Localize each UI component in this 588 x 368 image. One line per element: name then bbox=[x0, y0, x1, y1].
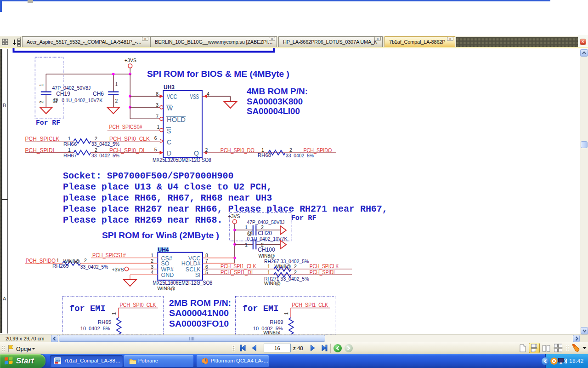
svg-text:HOLD: HOLD bbox=[167, 116, 186, 123]
svg-text:RH69: RH69 bbox=[270, 319, 283, 325]
svg-text:SA00003K800: SA00003K800 bbox=[247, 97, 303, 106]
svg-text:SA00004LI00: SA00004LI00 bbox=[247, 107, 300, 116]
svg-text:UH4: UH4 bbox=[158, 247, 169, 253]
svg-text:1: 1 bbox=[111, 312, 117, 315]
svg-text:RH67: RH67 bbox=[63, 153, 77, 158]
svg-text:SI: SI bbox=[195, 272, 201, 278]
svg-text:D: D bbox=[167, 150, 171, 157]
svg-text:1: 1 bbox=[267, 270, 270, 275]
svg-text:2: 2 bbox=[261, 224, 264, 230]
svg-text:for EMI: for EMI bbox=[243, 304, 279, 314]
svg-text:PCH_SPI1_DI: PCH_SPI1_DI bbox=[220, 269, 253, 276]
svg-text:S: S bbox=[167, 127, 171, 135]
svg-text:RH65: RH65 bbox=[98, 319, 111, 325]
svg-text:2MB ROM P/N:: 2MB ROM P/N: bbox=[169, 298, 231, 308]
svg-text:Please place U13 & U4 close to: Please place U13 & U4 close to U2 PCH, bbox=[63, 182, 272, 192]
svg-text:Please place RH267 near RH66,: Please place RH267 near RH66, Please pla… bbox=[63, 204, 388, 214]
svg-text:SPI ROM for Win8 (2MByte ): SPI ROM for Win8 (2MByte ) bbox=[102, 230, 219, 240]
svg-text:0.1U_0402_10V7K: 0.1U_0402_10V7K bbox=[62, 98, 103, 103]
svg-text:2: 2 bbox=[95, 136, 97, 141]
svg-text:Q: Q bbox=[194, 150, 199, 157]
svg-text:1: 1 bbox=[151, 253, 153, 258]
svg-text:WIN8@: WIN8@ bbox=[264, 281, 281, 286]
svg-text:2: 2 bbox=[39, 101, 44, 104]
svg-text:RH66: RH66 bbox=[63, 141, 77, 147]
svg-text:For RF: For RF bbox=[291, 214, 317, 222]
svg-text:8: 8 bbox=[205, 253, 208, 258]
svg-text:MX25L3205DM2I-12G SO8: MX25L3205DM2I-12G SO8 bbox=[153, 157, 211, 163]
svg-text:please place RH66, RH67, RH68: please place RH66, RH67, RH68 near UH3 bbox=[63, 193, 272, 203]
svg-text:2: 2 bbox=[294, 264, 297, 269]
svg-text:47P_0402_50V8J: 47P_0402_50V8J bbox=[52, 85, 90, 91]
svg-text:4: 4 bbox=[151, 270, 153, 275]
svg-text:PCH_SPICS0#: PCH_SPICS0# bbox=[109, 124, 142, 130]
svg-text:1: 1 bbox=[245, 224, 248, 230]
svg-text:8: 8 bbox=[156, 91, 158, 97]
svg-text:GND: GND bbox=[161, 272, 174, 278]
svg-text:VCC: VCC bbox=[167, 93, 177, 100]
svg-text:1: 1 bbox=[57, 258, 59, 263]
svg-text:5: 5 bbox=[154, 147, 157, 152]
svg-text:PCH_SPIDO: PCH_SPIDO bbox=[303, 147, 332, 154]
svg-text:For RF: For RF bbox=[36, 119, 60, 126]
svg-text:W: W bbox=[167, 104, 173, 112]
svg-text:1: 1 bbox=[68, 136, 71, 141]
svg-text:1: 1 bbox=[115, 81, 118, 87]
svg-text:10_0402_5%: 10_0402_5% bbox=[80, 326, 110, 331]
svg-text:CH100: CH100 bbox=[258, 247, 275, 253]
svg-text:2: 2 bbox=[294, 270, 297, 275]
svg-text:3: 3 bbox=[151, 264, 153, 270]
svg-text:2: 2 bbox=[151, 258, 153, 264]
svg-text:2: 2 bbox=[95, 147, 97, 153]
svg-text:RH267 33_0402_5%: RH267 33_0402_5% bbox=[264, 259, 309, 264]
svg-text:RH68: RH68 bbox=[258, 152, 271, 158]
svg-text:SPI ROM for BIOS & ME (4MByte: SPI ROM for BIOS & ME (4MByte ) bbox=[147, 69, 289, 79]
svg-text:7: 7 bbox=[205, 258, 208, 264]
svg-text:33_0402_5%: 33_0402_5% bbox=[80, 264, 108, 270]
svg-text:1: 1 bbox=[283, 312, 289, 315]
svg-text:PCH_SPI0_CLK: PCH_SPI0_CLK bbox=[120, 302, 156, 308]
svg-text:33_0402_5%: 33_0402_5% bbox=[286, 153, 314, 158]
svg-text:3: 3 bbox=[156, 102, 158, 108]
svg-text:1: 1 bbox=[68, 147, 71, 153]
svg-text:7: 7 bbox=[156, 114, 158, 119]
svg-text:4MB ROM P/N:: 4MB ROM P/N: bbox=[247, 87, 308, 96]
svg-text:UH3: UH3 bbox=[164, 84, 175, 91]
svg-text:WIN8@: WIN8@ bbox=[263, 330, 280, 335]
svg-text:6: 6 bbox=[154, 135, 157, 141]
svg-text:+3VS: +3VS bbox=[124, 58, 136, 63]
svg-text:1: 1 bbox=[267, 264, 270, 269]
svg-text:PCH_SPI1_CLK: PCH_SPI1_CLK bbox=[292, 302, 328, 308]
svg-text:WIN8@: WIN8@ bbox=[158, 286, 175, 291]
svg-text:1: 1 bbox=[245, 242, 248, 247]
svg-text:PCH_SPIDI: PCH_SPIDI bbox=[310, 269, 335, 276]
svg-text:2: 2 bbox=[205, 147, 208, 153]
svg-text:2: 2 bbox=[84, 258, 87, 263]
svg-text:SA000041N00: SA000041N00 bbox=[169, 308, 229, 318]
svg-text:2: 2 bbox=[289, 147, 292, 153]
svg-text:PCH_SPI0_DO: PCH_SPI0_DO bbox=[220, 147, 254, 154]
svg-text:CH6: CH6 bbox=[93, 91, 104, 97]
svg-text:C: C bbox=[167, 138, 171, 146]
svg-text:1: 1 bbox=[261, 147, 264, 153]
svg-text:+3VS: +3VS bbox=[112, 267, 124, 272]
svg-text:2: 2 bbox=[115, 98, 118, 104]
svg-text:6: 6 bbox=[205, 264, 208, 270]
svg-text:1: 1 bbox=[157, 124, 160, 130]
svg-text:5: 5 bbox=[205, 270, 208, 275]
svg-text:Socket: SP07000F500/SP07000H90: Socket: SP07000F500/SP07000H900 bbox=[63, 171, 233, 181]
svg-text:for EMI: for EMI bbox=[69, 304, 106, 314]
svg-text:RH269: RH269 bbox=[52, 263, 69, 269]
svg-text:WIN8@: WIN8@ bbox=[259, 253, 275, 259]
svg-text:47P_0402_50V8J: 47P_0402_50V8J bbox=[247, 219, 285, 225]
svg-text:SA00003FO10: SA00003FO10 bbox=[169, 319, 229, 328]
svg-text:@: @ bbox=[52, 97, 58, 104]
svg-text:VSS: VSS bbox=[190, 93, 199, 100]
svg-text:Please place RH269 near RH68.: Please place RH269 near RH68. bbox=[63, 215, 222, 225]
svg-text:1: 1 bbox=[39, 84, 44, 86]
svg-text:WIN8@: WIN8@ bbox=[275, 264, 291, 269]
